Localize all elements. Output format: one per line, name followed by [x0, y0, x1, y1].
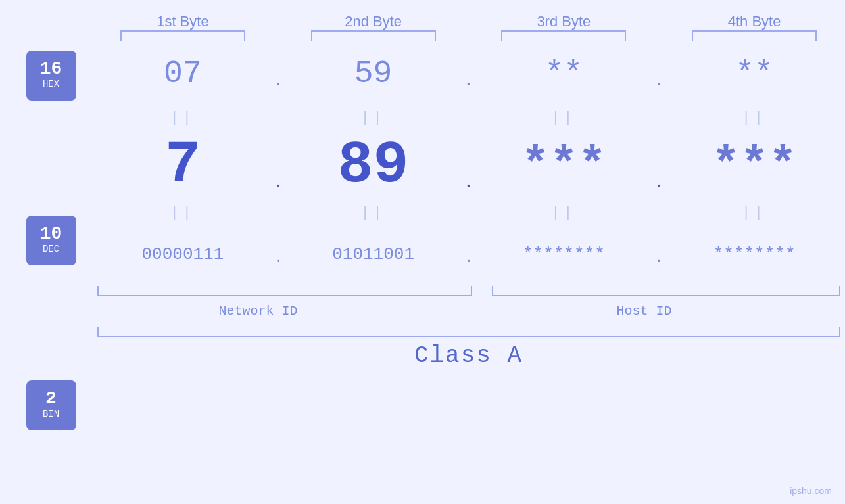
dec-row: 7 . 89 . *** . ***: [97, 133, 840, 198]
network-id-label: Network ID: [219, 304, 298, 319]
class-section: Class A: [97, 327, 840, 369]
eq1-c2: ||: [287, 110, 459, 126]
hex-dot3: .: [650, 57, 669, 91]
dec-dot2: .: [459, 139, 478, 193]
bin-badge-num: 2: [45, 390, 57, 408]
bin-badge-label: BIN: [43, 408, 59, 421]
eq2-c4: ||: [669, 205, 840, 221]
dec-dot1: .: [268, 139, 287, 193]
dec-c3: ***: [478, 142, 650, 189]
bracket-network: [97, 286, 472, 296]
hex-c4: **: [669, 56, 840, 91]
bin-row: 00000111 . 01011001 . ******** . *******…: [97, 228, 840, 281]
eq1-c1: ||: [97, 110, 269, 126]
byte4-header: 4th Byte: [669, 13, 840, 30]
bin-badge: 2 BIN: [26, 380, 76, 430]
byte2-header: 2nd Byte: [287, 13, 459, 30]
bracket-host: [492, 286, 840, 296]
hex-badge: 16 HEX: [26, 51, 76, 101]
byte1-header: 1st Byte: [97, 13, 269, 30]
hex-c3: **: [478, 56, 650, 91]
eq1-c4: ||: [669, 110, 840, 126]
eq2-c1: ||: [97, 205, 269, 221]
bin-c1: 00000111: [97, 244, 269, 264]
equals-row-1: || || || ||: [97, 103, 840, 133]
eq1-c3: ||: [478, 110, 650, 126]
bin-c2: 01011001: [287, 244, 459, 264]
hex-c1: 07: [97, 56, 269, 91]
hex-c2: 59: [287, 56, 459, 91]
hex-dot1: .: [268, 57, 287, 91]
id-labels: Network ID Host ID: [97, 300, 840, 325]
bin-dot1: .: [268, 243, 287, 266]
badges-column: 16 HEX 10 DEC 2 BIN: [5, 44, 97, 430]
hex-badge-label: HEX: [43, 78, 59, 91]
dec-c2: 89: [287, 136, 459, 195]
bin-dot3: .: [650, 243, 669, 266]
dec-c1: 7: [97, 136, 269, 195]
bin-c4: ********: [669, 244, 840, 264]
class-label: Class A: [97, 342, 840, 369]
hex-dot2: .: [459, 57, 478, 91]
data-section: 07 . 59 . ** . ** || || || || 7 .: [97, 44, 840, 369]
bracket-class: [97, 327, 840, 337]
eq2-c2: ||: [287, 205, 459, 221]
dec-c4: ***: [669, 142, 840, 189]
byte3-header: 3rd Byte: [478, 13, 650, 30]
page-container: 1st Byte 2nd Byte 3rd Byte 4th Byte 1: [0, 0, 845, 504]
hex-row: 07 . 59 . ** . **: [97, 44, 840, 103]
hex-badge-num: 16: [40, 60, 62, 78]
bin-dot2: .: [459, 243, 478, 266]
bracket-byte3: [501, 30, 626, 41]
equals-row-2: || || || ||: [97, 198, 840, 228]
bin-c3: ********: [478, 244, 650, 264]
eq2-c3: ||: [478, 205, 650, 221]
bottom-brackets: [97, 286, 840, 300]
dec-badge: 10 DEC: [26, 216, 76, 265]
dec-badge-num: 10: [40, 225, 62, 243]
host-id-label: Host ID: [617, 304, 672, 319]
watermark: ipshu.com: [790, 486, 832, 496]
dec-badge-label: DEC: [43, 243, 59, 256]
bracket-byte4: [692, 30, 817, 41]
bracket-byte1: [120, 30, 245, 41]
dec-dot3: .: [650, 139, 669, 193]
bracket-byte2: [311, 30, 436, 41]
